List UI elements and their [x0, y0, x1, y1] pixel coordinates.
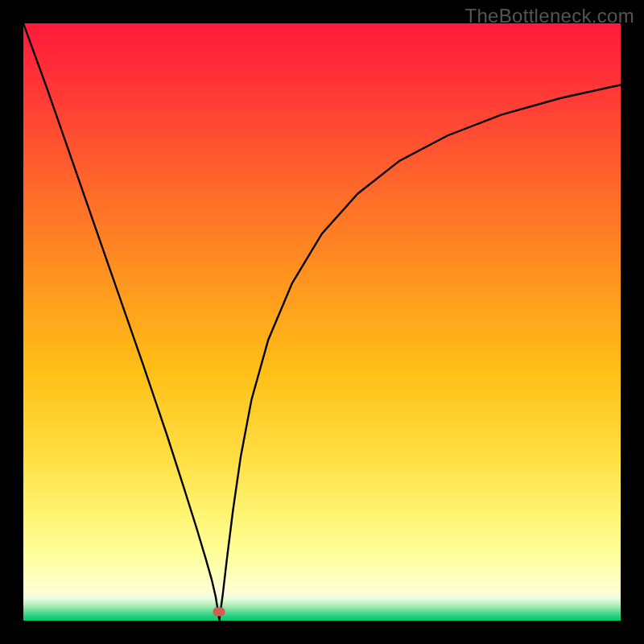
gradient-background [23, 23, 621, 621]
chart-plot-area [23, 23, 621, 621]
watermark-text: TheBottleneck.com [464, 5, 634, 27]
optimal-point-marker [213, 607, 225, 616]
